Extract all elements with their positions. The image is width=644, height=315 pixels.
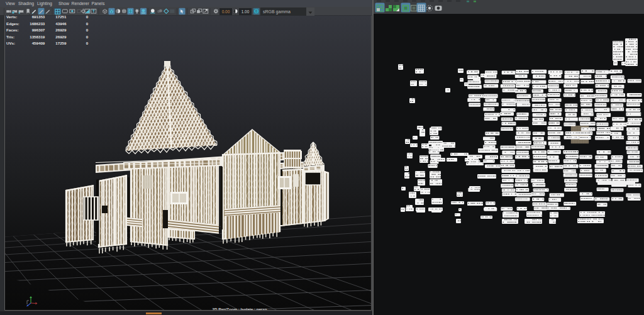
svg-text:17259: 17259: [55, 41, 67, 45]
svg-text:26929: 26929: [55, 35, 67, 39]
svg-text:1358319: 1358319: [30, 35, 45, 39]
svg-text:1686233: 1686233: [30, 21, 45, 26]
svg-text:0: 0: [86, 41, 89, 45]
svg-text:Edges:: Edges:: [6, 21, 19, 26]
svg-text:0: 0: [86, 35, 89, 39]
svg-text:Tris:: Tris:: [6, 35, 14, 39]
svg-text:43946: 43946: [55, 21, 67, 26]
svg-text:0: 0: [86, 21, 89, 26]
svg-text:Faces:: Faces:: [6, 28, 19, 32]
svg-text:0: 0: [86, 28, 89, 32]
svg-text:996307: 996307: [32, 28, 45, 32]
svg-text:26929: 26929: [55, 28, 67, 32]
svg-text:UVs:: UVs:: [6, 41, 15, 45]
svg-text:459409: 459409: [32, 41, 45, 45]
